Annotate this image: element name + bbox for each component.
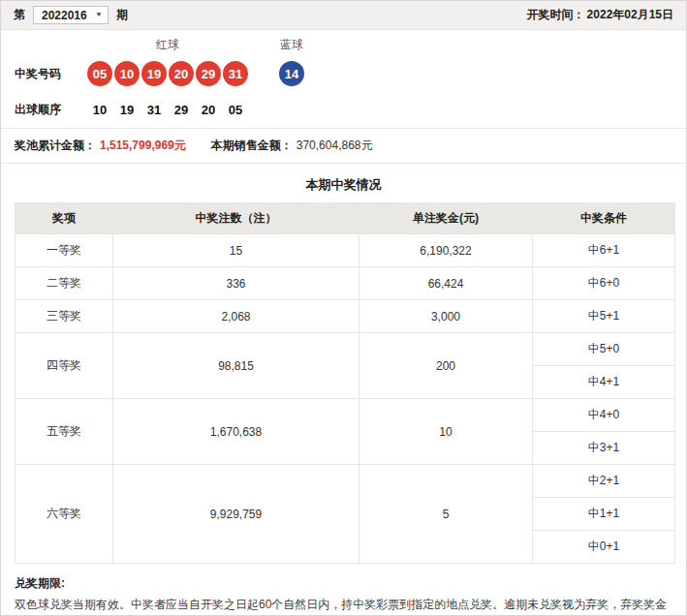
red-ball: 10 [114, 61, 140, 86]
period-selector-group: 第 2022016 ▼ 期 [14, 6, 128, 24]
winning-numbers-section: 红球 蓝球 中奖号码 05 10 19 20 29 31 14 出球顺序 10 … [1, 30, 686, 128]
prize-table-header-row: 奖项 中奖注数（注） 单注奖金(元) 中奖条件 [16, 203, 675, 234]
prize-amount: 10 [359, 399, 533, 465]
pool-amount-label: 奖池累计金额： [15, 138, 96, 154]
prize-condition: 中6+1 [533, 234, 675, 267]
prize-amount: 6,190,322 [359, 234, 533, 267]
prize-name: 五等奖 [16, 399, 113, 465]
prize-count: 2,068 [113, 300, 359, 333]
table-row: 二等奖 336 66,424 中6+0 [16, 267, 675, 300]
prize-amount: 5 [359, 465, 533, 564]
order-number: 19 [113, 103, 141, 117]
sales-amount-value: 370,604,868元 [297, 138, 373, 154]
period-suffix-label: 期 [116, 7, 128, 23]
prize-table-title: 本期中奖情况 [1, 164, 686, 202]
prize-condition: 中4+0 [533, 399, 675, 432]
order-number: 29 [168, 103, 195, 117]
draw-time: 开奖时间： 2022年02月15日 [527, 7, 673, 23]
table-row: 四等奖 98,815 200 中5+0 [16, 333, 675, 366]
table-row: 五等奖 1,670,638 10 中4+0 [16, 399, 675, 432]
prize-amount: 66,424 [359, 267, 533, 300]
prize-condition: 中5+1 [533, 300, 675, 333]
table-row: 一等奖 15 6,190,322 中6+1 [16, 234, 675, 267]
col-header-count: 中奖注数（注） [113, 203, 359, 234]
order-number: 05 [222, 103, 249, 117]
order-number: 20 [195, 103, 222, 117]
order-number: 31 [141, 103, 168, 117]
table-row: 六等奖 9,929,759 5 中2+1 [16, 465, 675, 498]
prize-condition: 中1+1 [533, 498, 675, 531]
prize-amount: 200 [359, 333, 533, 399]
sales-amount-label: 本期销售金额： [211, 138, 293, 154]
red-ball: 31 [223, 61, 248, 86]
period-select[interactable]: 2022016 ▼ [33, 6, 109, 24]
period-select-value: 2022016 [42, 9, 87, 22]
winning-numbers-label: 中奖号码 [15, 66, 86, 82]
pool-amount-value: 1,515,799,969元 [100, 138, 186, 154]
blue-ball: 14 [279, 61, 304, 86]
col-header-amount: 单注奖金(元) [359, 203, 533, 234]
prize-name: 三等奖 [16, 300, 113, 333]
prize-count: 336 [113, 267, 359, 300]
topbar: 第 2022016 ▼ 期 开奖时间： 2022年02月15日 [1, 1, 686, 30]
prize-name: 一等奖 [16, 234, 113, 267]
red-ball-group-label: 红球 [86, 37, 249, 53]
redeem-note: 兑奖期限: 双色球兑奖当期有效。中奖者应当自开奖之日起60个自然日内，持中奖彩票… [1, 564, 686, 616]
prize-name: 四等奖 [16, 333, 113, 399]
prize-name: 二等奖 [16, 267, 113, 300]
red-balls: 05 10 19 20 29 31 [86, 61, 249, 86]
prize-count: 1,670,638 [113, 399, 359, 465]
red-ball: 05 [87, 61, 112, 86]
draw-time-label: 开奖时间： [527, 7, 585, 23]
col-header-condition: 中奖条件 [533, 203, 675, 234]
draw-order-numbers: 10 19 31 29 20 05 [86, 103, 249, 117]
ball-group-labels: 红球 蓝球 [15, 37, 672, 53]
prize-table: 奖项 中奖注数（注） 单注奖金(元) 中奖条件 一等奖 15 6,190,322… [15, 202, 675, 564]
amounts-bar: 奖池累计金额： 1,515,799,969元 本期销售金额： 370,604,8… [1, 128, 686, 164]
order-number: 10 [86, 103, 113, 117]
period-prefix-label: 第 [14, 7, 25, 23]
red-ball: 20 [169, 61, 194, 86]
prize-name: 六等奖 [16, 465, 113, 564]
redeem-note-text: 双色球兑奖当期有效。中奖者应当自开奖之日起60个自然日内，持中奖彩票到指定的地点… [15, 597, 672, 616]
prize-condition: 中5+0 [533, 333, 675, 366]
redeem-note-title: 兑奖期限: [15, 575, 672, 592]
blue-ball-group-label: 蓝球 [278, 37, 305, 53]
table-row: 三等奖 2,068 3,000 中5+1 [16, 300, 675, 333]
prize-count: 98,815 [113, 333, 359, 399]
draw-order-label: 出球顺序 [15, 102, 86, 118]
prize-amount: 3,000 [359, 300, 533, 333]
prize-condition: 中3+1 [533, 432, 675, 465]
prize-count: 15 [113, 234, 359, 267]
draw-order-row: 出球顺序 10 19 31 29 20 05 [15, 101, 672, 118]
prize-count: 9,929,759 [113, 465, 359, 564]
chevron-down-icon: ▼ [95, 12, 103, 18]
red-ball: 19 [141, 61, 167, 86]
col-header-prize: 奖项 [16, 203, 113, 234]
lottery-result-page: 第 2022016 ▼ 期 开奖时间： 2022年02月15日 红球 蓝球 中奖… [0, 0, 687, 616]
prize-condition: 中6+0 [533, 267, 675, 300]
red-ball: 29 [196, 61, 221, 86]
winning-numbers-row: 中奖号码 05 10 19 20 29 31 14 [15, 58, 672, 89]
draw-time-value: 2022年02月15日 [587, 7, 673, 23]
prize-condition: 中2+1 [533, 465, 675, 498]
prize-condition: 中0+1 [533, 531, 675, 564]
prize-condition: 中4+1 [533, 366, 675, 399]
